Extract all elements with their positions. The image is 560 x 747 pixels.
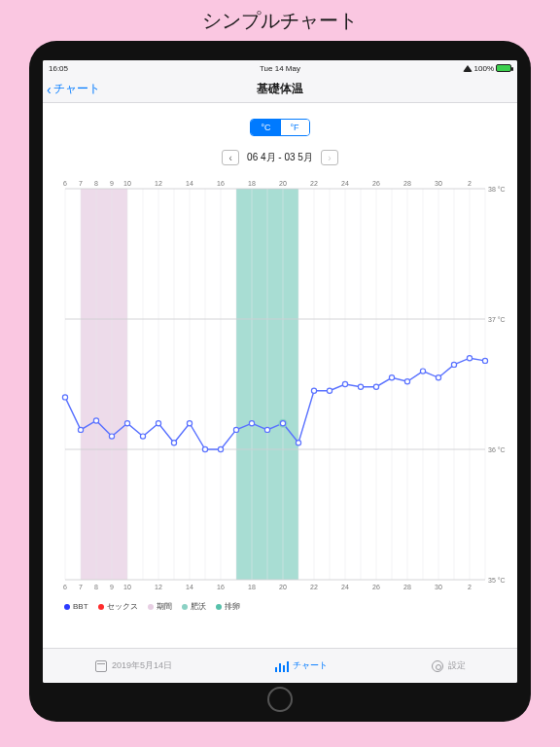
svg-text:26: 26 [372, 584, 380, 590]
unit-toggle[interactable]: °C °F [250, 119, 309, 136]
range-label: 06 4月 - 03 5月 [247, 151, 313, 164]
svg-text:26: 26 [372, 180, 380, 187]
svg-text:8: 8 [94, 180, 98, 187]
svg-point-91 [373, 384, 378, 389]
svg-text:20: 20 [279, 180, 287, 187]
legend-sex: セックス [98, 601, 138, 612]
svg-text:18: 18 [248, 180, 256, 187]
svg-text:20: 20 [279, 584, 287, 590]
svg-point-82 [233, 427, 238, 432]
svg-point-95 [436, 375, 440, 380]
legend-dot-ovulation [216, 604, 222, 610]
chart-svg: 6789101214161820222426283026789101214161… [52, 175, 508, 597]
svg-rect-0 [81, 189, 127, 580]
svg-text:7: 7 [79, 584, 83, 590]
svg-point-90 [358, 384, 363, 389]
svg-point-84 [264, 427, 269, 432]
svg-text:2: 2 [468, 180, 472, 187]
svg-point-77 [156, 421, 160, 426]
legend-label: 排卵 [225, 601, 240, 612]
svg-point-75 [124, 421, 129, 426]
legend-bbt: BBT [64, 601, 88, 612]
content: °C °F ‹ 06 4月 - 03 5月 › 6789101214161820… [43, 103, 517, 648]
svg-text:37 °C: 37 °C [488, 316, 506, 323]
svg-text:22: 22 [310, 584, 318, 590]
range-next-button[interactable]: › [321, 150, 338, 165]
legend-label: BBT [73, 602, 88, 611]
gear-icon [431, 659, 444, 673]
svg-point-79 [187, 421, 192, 426]
svg-point-83 [249, 421, 254, 426]
svg-text:28: 28 [403, 584, 411, 590]
svg-text:6: 6 [63, 584, 67, 590]
legend-label: 期間 [157, 601, 172, 612]
svg-point-88 [327, 388, 332, 393]
svg-point-74 [109, 434, 114, 439]
svg-point-81 [218, 446, 223, 451]
tab-bar: 2019年5月14日 チャート 設定 [43, 648, 517, 683]
promo-title: シンプルチャート [0, 8, 560, 34]
tab-label: チャート [293, 659, 328, 672]
svg-point-96 [451, 362, 456, 367]
svg-text:24: 24 [341, 584, 349, 590]
status-bar: 16:05 Tue 14 May 100% [43, 60, 517, 76]
svg-text:22: 22 [310, 180, 318, 187]
tab-today[interactable]: 2019年5月14日 [94, 659, 172, 673]
svg-point-72 [78, 427, 83, 432]
chart: 6789101214161820222426283026789101214161… [52, 175, 508, 597]
svg-text:16: 16 [217, 584, 225, 590]
legend-fertile: 肥沃 [182, 601, 206, 612]
legend-dot-bbt [64, 604, 70, 610]
legend-ovulation: 排卵 [216, 601, 240, 612]
statusbar-date: Tue 14 May [43, 64, 517, 73]
svg-text:30: 30 [435, 584, 442, 590]
svg-point-80 [202, 446, 207, 451]
svg-point-76 [140, 434, 145, 439]
svg-point-93 [404, 379, 409, 384]
svg-point-86 [296, 441, 300, 445]
screen: 16:05 Tue 14 May 100% ‹ チャート 基礎体温 °C °F [43, 60, 517, 683]
legend-dot-sex [98, 604, 104, 610]
svg-point-73 [93, 418, 98, 423]
legend-dot-fertile [182, 604, 188, 610]
chevron-right-icon: › [328, 153, 331, 163]
svg-text:24: 24 [341, 180, 349, 187]
legend-label: セックス [107, 601, 138, 612]
tab-chart[interactable]: チャート [275, 659, 328, 673]
tab-label: 2019年5月14日 [112, 659, 172, 672]
page-title: 基礎体温 [43, 81, 517, 97]
device-frame: 16:05 Tue 14 May 100% ‹ チャート 基礎体温 °C °F [29, 41, 531, 722]
svg-text:14: 14 [186, 180, 193, 187]
svg-text:9: 9 [110, 584, 114, 590]
svg-text:2: 2 [468, 584, 472, 590]
tab-settings[interactable]: 設定 [431, 659, 466, 673]
svg-text:14: 14 [186, 584, 193, 590]
legend-label: 肥沃 [191, 601, 206, 612]
legend: BBT セックス 期間 肥沃 排卵 [54, 597, 240, 612]
unit-celsius[interactable]: °C [251, 120, 280, 135]
battery-icon [496, 64, 511, 72]
svg-point-92 [389, 375, 394, 380]
svg-point-97 [467, 356, 472, 361]
range-prev-button[interactable]: ‹ [222, 150, 239, 165]
calendar-icon [94, 659, 108, 673]
legend-dot-period [148, 604, 154, 610]
svg-text:12: 12 [155, 180, 162, 187]
svg-text:35 °C: 35 °C [488, 577, 506, 584]
svg-point-85 [280, 421, 285, 426]
unit-fahrenheit[interactable]: °F [281, 120, 309, 135]
svg-text:7: 7 [79, 180, 83, 187]
tab-label: 設定 [448, 659, 466, 672]
svg-text:18: 18 [248, 584, 256, 590]
svg-point-98 [482, 358, 487, 363]
legend-period: 期間 [148, 601, 172, 612]
svg-point-71 [62, 395, 67, 400]
date-range-picker: ‹ 06 4月 - 03 5月 › [222, 150, 338, 165]
svg-point-87 [311, 388, 316, 393]
svg-text:6: 6 [63, 180, 67, 187]
chart-icon [275, 659, 289, 673]
svg-point-89 [342, 381, 347, 386]
svg-text:36 °C: 36 °C [488, 446, 506, 453]
svg-text:30: 30 [435, 180, 442, 187]
svg-text:9: 9 [110, 180, 114, 187]
